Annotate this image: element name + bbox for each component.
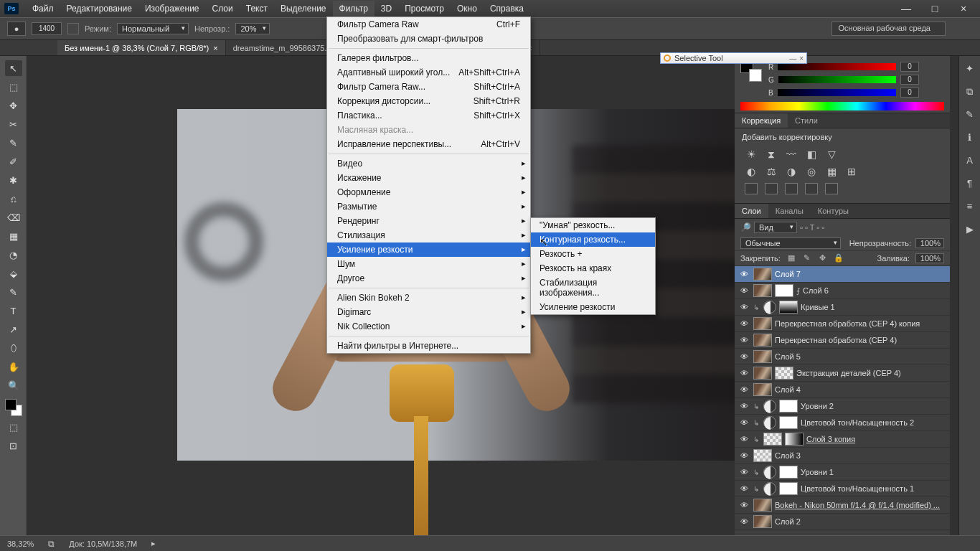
layer-name[interactable]: Уровни 2 <box>801 402 950 410</box>
minimize-button[interactable]: — <box>897 3 915 14</box>
visibility-toggle[interactable]: 👁 <box>738 336 750 344</box>
g-slider[interactable] <box>778 76 896 83</box>
layer-name[interactable]: Экстракция деталей (CEP 4) <box>796 369 950 377</box>
visibility-toggle[interactable]: 👁 <box>738 352 750 361</box>
layer-name[interactable]: Слой 5 <box>775 352 950 361</box>
layer-name[interactable]: Слой 2 <box>775 517 950 526</box>
menu-item[interactable]: Шум <box>327 257 530 271</box>
menu-item[interactable]: Искажение <box>327 171 530 185</box>
panel-icon[interactable]: A <box>963 155 977 168</box>
tab-styles[interactable]: Стили <box>788 113 825 128</box>
layer-thumb[interactable] <box>753 515 772 528</box>
brush-preview[interactable]: ● <box>7 22 26 36</box>
menu-файл[interactable]: Файл <box>26 1 60 17</box>
menu-item[interactable]: Видео <box>327 156 530 171</box>
layer-row[interactable]: 👁Слой 2 <box>735 514 950 530</box>
layer-row[interactable]: 👁Слой 4 <box>735 382 950 398</box>
adj-gradmap-icon[interactable] <box>805 183 818 194</box>
tool-mode-button[interactable]: ⬚ <box>5 419 22 435</box>
menu-фильтр[interactable]: Фильтр <box>333 1 374 17</box>
layer-name[interactable]: Слой 6 <box>803 286 950 295</box>
adj-selcolor-icon[interactable] <box>825 183 838 194</box>
layer-thumb[interactable] <box>753 334 772 347</box>
menu-item[interactable]: Галерея фильтров... <box>327 51 530 65</box>
layer-row[interactable]: 👁Экстракция деталей (CEP 4) <box>735 365 950 382</box>
layer-row[interactable]: 👁Bokeh - Nikon 50mm f/1.4 @ f/1.4 (modif… <box>735 497 950 514</box>
adj-hue-icon[interactable]: ◐ <box>745 166 758 177</box>
layer-row[interactable]: 👁Перекрестная обработка (CEP 4) копия <box>735 316 950 332</box>
layer-thumb[interactable] <box>779 400 798 413</box>
tool-button[interactable]: ✎ <box>5 135 22 151</box>
adj-invert-icon[interactable] <box>745 183 758 194</box>
tool-button[interactable]: ▦ <box>5 228 22 244</box>
visibility-toggle[interactable]: 👁 <box>738 385 750 394</box>
menu-item[interactable]: Исправление перспективы...Alt+Ctrl+V <box>327 137 530 151</box>
layer-name[interactable]: Слой 3 копия <box>806 435 950 443</box>
maximize-button[interactable]: □ <box>925 3 944 14</box>
filter-menu[interactable]: Фильтр Camera RawCtrl+FПреобразовать для… <box>326 17 531 354</box>
zoom-level[interactable]: 38,32% <box>7 540 34 548</box>
layer-name[interactable]: Кривые 1 <box>801 303 950 311</box>
document-tab[interactable]: Без имени-1 @ 38,3% (Слой 7, RGB/8*)× <box>57 40 226 55</box>
lock-pos-icon[interactable]: ✥ <box>818 253 828 263</box>
sharpen-submenu[interactable]: "Умная" резкость...Контурная резкость...… <box>530 217 656 315</box>
layer-thumb[interactable] <box>753 367 772 380</box>
adj-mixer-icon[interactable]: ▦ <box>825 166 838 177</box>
layer-blend-mode[interactable]: Обычные <box>740 237 841 249</box>
layer-row[interactable]: 👁Слой 5 <box>735 349 950 365</box>
tool-button[interactable]: 🔍 <box>5 377 22 393</box>
r-value[interactable]: 0 <box>900 62 919 72</box>
lock-paint-icon[interactable]: ✎ <box>802 253 812 263</box>
layer-thumb[interactable] <box>779 466 798 479</box>
visibility-toggle[interactable]: 👁 <box>738 468 750 476</box>
menu-окно[interactable]: Окно <box>451 1 484 17</box>
tool-button[interactable]: ⬯ <box>5 340 22 356</box>
layer-row[interactable]: 👁↳Кривые 1 <box>735 299 950 316</box>
layer-name[interactable]: Перекрестная обработка (CEP 4) <box>775 336 950 344</box>
visibility-toggle[interactable]: 👁 <box>738 517 750 526</box>
layer-row[interactable]: 👁↳Цветовой тон/Насыщенность 1 <box>735 481 950 497</box>
adj-balance-icon[interactable]: ⚖ <box>765 166 778 177</box>
blend-mode-select[interactable]: Нормальный <box>117 23 189 34</box>
menu-item[interactable]: Преобразовать для смарт-фильтров <box>327 32 530 46</box>
tool-button[interactable]: ⎌ <box>5 191 22 207</box>
layer-thumb[interactable] <box>763 416 776 429</box>
tool-button[interactable]: ↖ <box>5 60 22 76</box>
adj-bw-icon[interactable]: ◑ <box>785 166 798 177</box>
adj-brightness-icon[interactable]: ☀ <box>745 149 758 160</box>
layer-opacity-field[interactable]: 100% <box>915 238 944 248</box>
layer-row[interactable]: 👁↳Цветовой тон/Насыщенность 2 <box>735 415 950 431</box>
adj-poster-icon[interactable] <box>765 183 778 194</box>
tool-button[interactable]: ↗ <box>5 321 22 337</box>
layer-name[interactable]: Цветовой тон/Насыщенность 2 <box>801 418 950 427</box>
tab-paths[interactable]: Контуры <box>811 204 856 218</box>
fx-icon[interactable]: ⨍ <box>796 287 800 295</box>
layer-row[interactable]: 👁⨍Слой 6 <box>735 283 950 299</box>
visibility-toggle[interactable]: 👁 <box>738 369 750 377</box>
menu-3d[interactable]: 3D <box>374 1 398 17</box>
layer-thumb[interactable] <box>753 499 772 512</box>
layer-row[interactable]: 👁↳Слой 3 копия <box>735 431 950 448</box>
submenu-item[interactable]: Резкость + <box>531 247 655 261</box>
layer-row[interactable]: 👁Перекрестная обработка (CEP 4) <box>735 332 950 349</box>
layer-row[interactable]: 👁Слой 7 <box>735 266 950 283</box>
menu-item[interactable]: Размытие <box>327 199 530 214</box>
workspace-select[interactable]: Основная рабочая среда <box>831 22 946 36</box>
panel-icon[interactable]: ℹ <box>963 132 977 145</box>
layer-thumb[interactable] <box>763 433 782 446</box>
menu-item[interactable]: Адаптивный широкий угол...Alt+Shift+Ctrl… <box>327 65 530 80</box>
tool-mode-button[interactable]: ⊡ <box>5 438 22 453</box>
tool-button[interactable]: ⬚ <box>5 79 22 95</box>
layer-name[interactable]: Bokeh - Nikon 50mm f/1.4 @ f/1.4 (modifi… <box>775 501 950 509</box>
menu-item[interactable]: Усиление резкости <box>327 242 530 257</box>
submenu-item[interactable]: "Умная" резкость... <box>531 218 655 232</box>
menu-item[interactable]: Пластика...Shift+Ctrl+X <box>327 108 530 123</box>
submenu-item[interactable]: Усиление резкости <box>531 300 655 314</box>
visibility-toggle[interactable]: 👁 <box>738 501 750 509</box>
selective-tool-min[interactable]: — <box>789 55 796 62</box>
tool-button[interactable]: ⌫ <box>5 209 22 225</box>
menu-item[interactable]: Коррекция дисторсии...Shift+Ctrl+R <box>327 94 530 108</box>
menu-item[interactable]: Фильтр Camera RawCtrl+F <box>327 17 530 32</box>
panel-icon[interactable]: ▶ <box>963 224 977 237</box>
visibility-toggle[interactable]: 👁 <box>738 286 750 295</box>
